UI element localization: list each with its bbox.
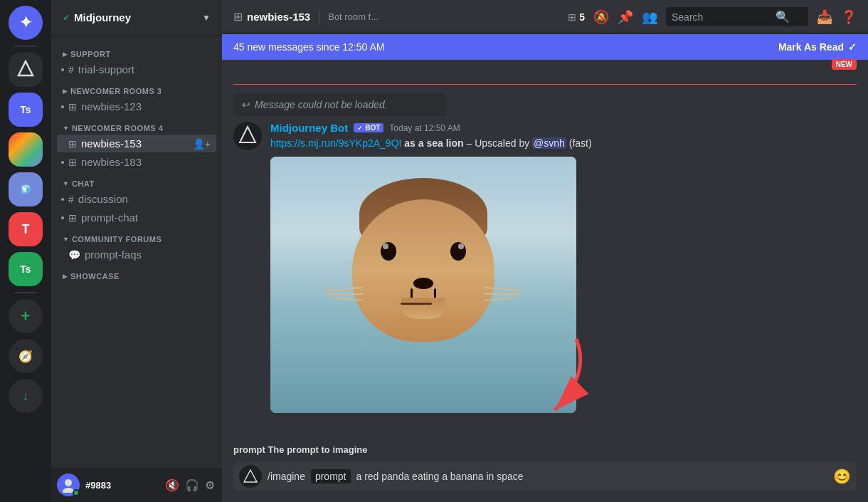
message-loading: ↩ Message could not be loaded. xyxy=(233,93,447,116)
reply-icon: ↩ xyxy=(242,99,250,110)
unread-divider xyxy=(233,84,857,85)
server-icon-ts1[interactable]: Ts xyxy=(9,93,43,127)
thread-count-badge: ⊞ 5 xyxy=(568,11,585,23)
topbar-channel-name: newbies-153 xyxy=(247,11,310,23)
category-arrow-icon-5: ▼ xyxy=(63,236,69,243)
category-showcase[interactable]: ▶ SHOWCASE xyxy=(51,269,222,282)
inbox-icon[interactable]: 📥 xyxy=(817,9,832,25)
user-bar: #9883 🔇 🎧 ⚙ xyxy=(51,468,222,502)
user-avatar xyxy=(57,474,80,496)
hint-command: prompt xyxy=(233,444,265,455)
user-info: #9883 xyxy=(85,480,158,491)
category-arrow-icon-4: ▼ xyxy=(63,180,69,187)
new-badge-container: NEW xyxy=(222,60,868,70)
new-messages-banner: 45 new messages since 12:50 AM Mark As R… xyxy=(222,34,868,60)
server-icon-midjourney[interactable] xyxy=(9,53,43,87)
server-divider xyxy=(14,46,37,47)
forum-channel-icon-3: ⊞ xyxy=(68,157,77,168)
category-arrow-icon-6: ▶ xyxy=(63,273,68,280)
server-sidebar: ✦ Ts 🧊 T Ts + 🧭 ↓ xyxy=(0,0,51,502)
new-badge: NEW xyxy=(832,59,857,70)
command-hint: prompt The prompt to imagine xyxy=(222,441,868,456)
category-community[interactable]: ▼ COMMUNITY FORUMS xyxy=(51,232,222,245)
sidebar-header[interactable]: ✓ Midjourney ▼ xyxy=(51,0,222,36)
hint-description: The prompt to imagine xyxy=(268,444,367,455)
author-name: Midjourney Bot xyxy=(270,122,348,134)
thread-icon: ⊞ xyxy=(568,11,576,23)
category-chat[interactable]: ▼ CHAT xyxy=(51,177,222,189)
pin-icon[interactable]: 📌 xyxy=(618,9,633,25)
unread-bullet-5 xyxy=(61,216,64,219)
status-dot xyxy=(73,489,80,496)
message-header: Midjourney Bot ✓ BOT Today at 12:50 AM xyxy=(270,122,857,134)
message-timestamp: Today at 12:50 AM xyxy=(389,123,460,133)
mute-channel-icon[interactable]: 🔕 xyxy=(593,9,609,25)
topbar-divider xyxy=(319,10,319,24)
category-arrow-icon-2: ▶ xyxy=(63,88,68,95)
forum-channel-icon-2: ⊞ xyxy=(68,138,77,150)
help-icon[interactable]: ❓ xyxy=(841,9,857,25)
category-arrow-icon-3: ▼ xyxy=(63,125,69,132)
server-icon-add[interactable]: + xyxy=(9,299,43,333)
mention-user: @svnh xyxy=(532,137,566,149)
bot-check-icon: ✓ xyxy=(357,125,363,132)
unread-line xyxy=(233,84,857,85)
category-newcomer3[interactable]: ▶ NEWCOMER ROOMS 3 xyxy=(51,84,222,97)
sidebar-server-name: ✓ Midjourney xyxy=(63,11,131,23)
channel-trial-support[interactable]: # trial-support xyxy=(57,61,216,78)
command-prefix: /imagine xyxy=(268,471,305,482)
unread-bullet xyxy=(61,68,64,71)
speed-text: (fast) xyxy=(569,137,592,149)
unread-bullet-2 xyxy=(61,105,64,108)
server-icon-ts2[interactable]: Ts xyxy=(9,252,43,286)
server-icon-discord-home[interactable]: ✦ xyxy=(9,6,43,40)
message-input-area: /imagine prompt 😊 xyxy=(222,456,868,502)
bot-generated-image[interactable] xyxy=(270,157,576,413)
channel-prompt-faqs[interactable]: 💬 prompt-faqs xyxy=(57,246,216,263)
channel-newbies-183[interactable]: ⊞ newbies-183 xyxy=(57,153,216,171)
category-arrow-icon: ▶ xyxy=(63,51,68,58)
server-icon-purple[interactable]: 🧊 xyxy=(9,172,43,206)
channel-type-icon: ⊞ xyxy=(233,10,243,23)
topbar-channel-info: ⊞ newbies-153 xyxy=(233,10,310,23)
command-input[interactable] xyxy=(356,471,828,482)
main-content: ⊞ newbies-153 Bot room f... ⊞ 5 🔕 📌 👥 🔍 … xyxy=(222,0,868,502)
members-icon[interactable]: 👥 xyxy=(642,9,657,25)
search-input[interactable] xyxy=(672,11,771,23)
message-input-wrapper: /imagine prompt 😊 xyxy=(233,462,857,491)
message-area-wrapper: 45 new messages since 12:50 AM Mark As R… xyxy=(222,34,868,502)
text-channel-icon: # xyxy=(68,64,74,75)
category-support[interactable]: ▶ SUPPORT xyxy=(51,47,222,60)
text-channel-icon-2: # xyxy=(68,194,74,205)
message-row: Midjourney Bot ✓ BOT Today at 12:50 AM h… xyxy=(233,122,857,416)
emoji-button[interactable]: 😊 xyxy=(833,468,851,485)
message-image-container xyxy=(270,157,576,413)
message-content: https://s.mj.run/9sYKp2A_9QI as a sea li… xyxy=(270,137,857,151)
server-icon-colorful[interactable] xyxy=(9,132,43,167)
server-icon-download[interactable]: ↓ xyxy=(9,379,43,413)
user-actions: 🔇 🎧 ⚙ xyxy=(164,477,216,493)
forum-special-icon: 💬 xyxy=(68,249,80,261)
svg-marker-6 xyxy=(244,470,257,482)
channel-prompt-chat[interactable]: ⊞ prompt-chat xyxy=(57,209,216,226)
channel-newbies-123[interactable]: ⊞ newbies-123 xyxy=(57,98,216,115)
settings-button[interactable]: ⚙ xyxy=(203,477,216,493)
image-link[interactable]: https://s.mj.run/9sYKp2A_9QI xyxy=(270,137,401,149)
channel-discussion[interactable]: # discussion xyxy=(57,190,216,208)
server-icon-discover[interactable]: 🧭 xyxy=(9,339,43,373)
dropdown-icon: ▼ xyxy=(202,13,211,23)
mark-as-read-button[interactable]: Mark As Read ✓ xyxy=(778,41,857,53)
search-icon: 🔍 xyxy=(776,10,790,23)
server-icon-t[interactable]: T xyxy=(9,212,43,246)
forum-channel-icon: ⊞ xyxy=(68,101,77,113)
headset-button[interactable]: 🎧 xyxy=(184,477,201,493)
mute-button[interactable]: 🔇 xyxy=(164,477,181,493)
channel-newbies-153[interactable]: ⊞ newbies-153 👤+ xyxy=(57,135,216,152)
category-newcomer4[interactable]: ▼ NEWCOMER ROOMS 4 xyxy=(51,121,222,134)
prompt-bold: as a sea lion xyxy=(404,137,463,149)
add-member-icon[interactable]: 👤+ xyxy=(193,138,211,150)
thread-count: 5 xyxy=(579,11,585,23)
checkmark-read-icon: ✓ xyxy=(848,41,857,53)
search-bar[interactable]: 🔍 xyxy=(666,7,808,26)
forum-channel-icon-4: ⊞ xyxy=(68,212,77,224)
